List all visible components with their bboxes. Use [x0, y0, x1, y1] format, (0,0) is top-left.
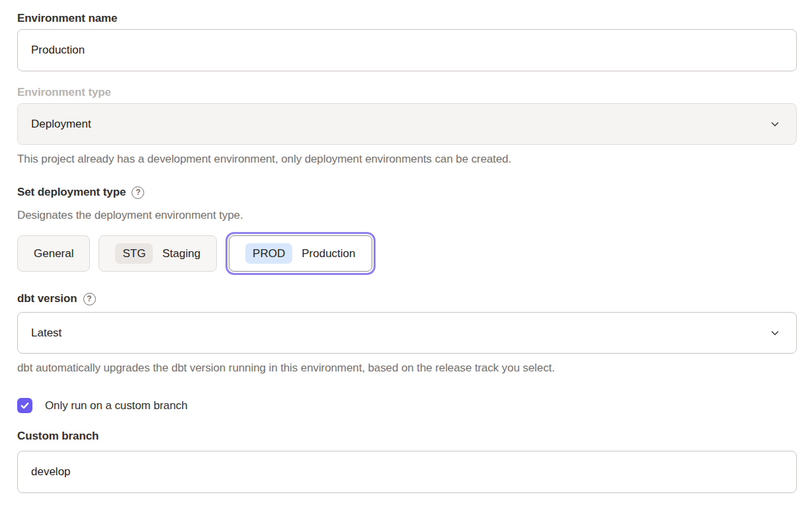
deployment-type-options: General STG Staging PROD Production — [17, 232, 797, 275]
deployment-type-label: Set deployment type — [17, 186, 126, 199]
checkmark-icon — [20, 401, 30, 410]
deployment-type-production-label: Production — [302, 247, 355, 260]
deployment-type-staging-button[interactable]: STG Staging — [99, 235, 217, 272]
custom-branch-label: Custom branch — [17, 430, 797, 443]
staging-badge: STG — [115, 243, 153, 264]
environment-name-input[interactable] — [17, 29, 797, 71]
deployment-type-general-label: General — [34, 247, 73, 260]
dbt-version-help: dbt automatically upgrades the dbt versi… — [17, 362, 797, 375]
selected-option-focus-ring: PROD Production — [225, 232, 375, 275]
deployment-type-production-button[interactable]: PROD Production — [229, 235, 372, 272]
custom-branch-checkbox-label: Only run on a custom branch — [45, 399, 188, 412]
dbt-version-select[interactable]: Latest — [17, 312, 797, 354]
prod-badge: PROD — [245, 243, 292, 264]
chevron-down-icon — [770, 119, 780, 130]
dbt-version-heading: dbt version ? — [17, 292, 797, 305]
help-icon[interactable]: ? — [132, 186, 144, 199]
deployment-type-general-button[interactable]: General — [17, 235, 90, 272]
custom-branch-checkbox[interactable] — [17, 398, 32, 413]
deployment-type-staging-label: Staging — [162, 247, 200, 260]
environment-type-help: This project already has a development e… — [17, 153, 797, 166]
environment-name-label: Environment name — [17, 12, 797, 25]
environment-type-value: Deployment — [31, 118, 91, 131]
dbt-version-label: dbt version — [17, 292, 77, 305]
deployment-type-heading: Set deployment type ? — [17, 186, 797, 199]
custom-branch-toggle-row: Only run on a custom branch — [17, 398, 797, 413]
dbt-version-value: Latest — [31, 327, 61, 340]
custom-branch-input[interactable] — [17, 451, 797, 493]
help-icon[interactable]: ? — [83, 293, 96, 305]
environment-settings-form: Environment name Environment type Deploy… — [0, 0, 812, 493]
environment-type-select[interactable]: Deployment — [17, 103, 797, 145]
environment-type-label: Environment type — [17, 86, 797, 99]
chevron-down-icon — [770, 328, 780, 338]
deployment-type-help: Designates the deployment environment ty… — [17, 209, 797, 222]
